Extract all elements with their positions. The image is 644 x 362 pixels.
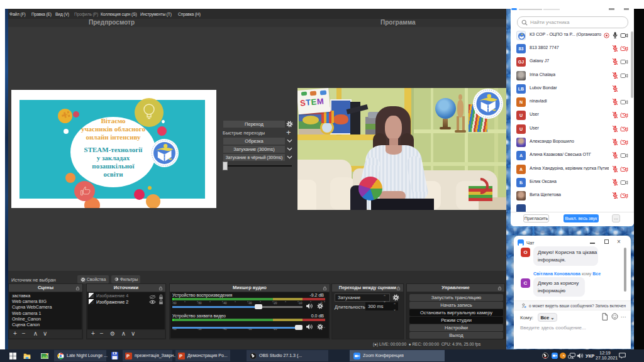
svg-text:-30: -30 — [248, 302, 252, 305]
svg-text:-40: -40 — [223, 302, 227, 305]
svg-text:-60: -60 — [172, 302, 177, 305]
svg-text:P: P — [126, 353, 130, 359]
svg-text:-50: -50 — [197, 302, 202, 305]
svg-text:-10: -10 — [298, 302, 303, 305]
svg-text:-20: -20 — [273, 302, 277, 305]
svg-text:P: P — [179, 353, 182, 359]
